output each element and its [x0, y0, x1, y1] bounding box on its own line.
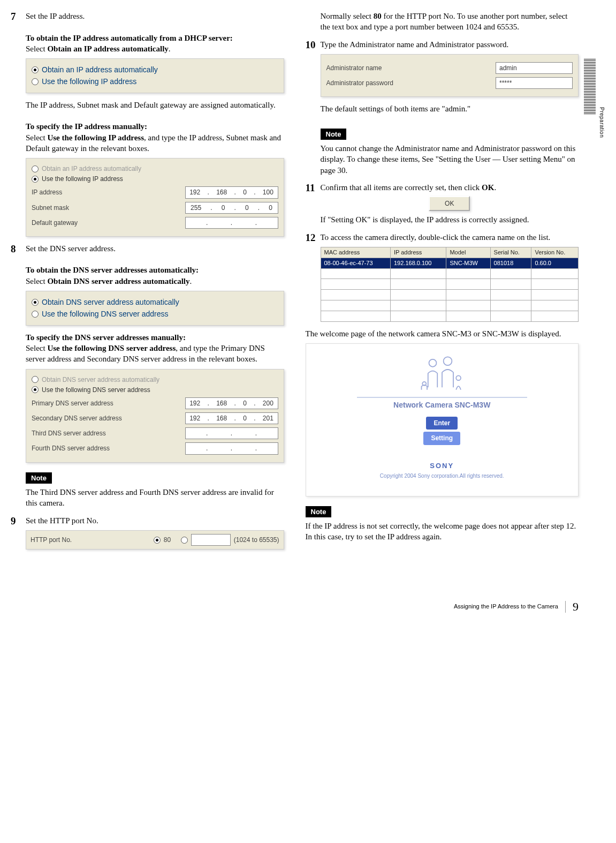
step-7-intro: Set the IP address. — [26, 11, 284, 21]
sony-logo: SONY — [311, 461, 573, 471]
text: Select — [26, 277, 47, 285]
setting-button: Setting — [423, 432, 460, 445]
note-admin-text: You cannot change the Administrator name… — [321, 143, 579, 176]
octet: 100 — [263, 188, 273, 197]
note-label: Note — [321, 129, 347, 140]
text: Select — [26, 133, 47, 142]
radio-label: Obtain DNS server address automatically — [42, 375, 159, 384]
after-fig1: The IP address, Subnet mask and Default … — [26, 100, 284, 110]
octet: 168 — [216, 188, 227, 197]
step-number: 10 — [306, 38, 316, 52]
text-bold: Use the following DNS server address — [47, 344, 176, 352]
radio-label: Use the following DNS server address — [42, 309, 169, 319]
radio-icon — [32, 165, 39, 172]
subnet-mask-input: 255. 0. 0. 0 — [185, 202, 278, 214]
figure-ip-auto: Obtain an IP address automatically Use t… — [26, 58, 284, 93]
text: . — [190, 277, 192, 285]
http-port-range: (1024 to 65535) — [234, 536, 279, 544]
col-header: MAC address — [321, 247, 390, 258]
radio-icon — [32, 311, 39, 318]
step-9: 9 Set the HTTP port No. HTTP port No. 80… — [26, 515, 284, 550]
gateway-input: ... — [185, 217, 278, 229]
step-number: 12 — [306, 231, 316, 245]
note-label: Note — [26, 472, 52, 484]
ok-button-figure: OK — [429, 196, 470, 211]
label-gateway: Default gateway — [32, 219, 78, 227]
radio-icon — [32, 386, 39, 393]
welcome-paragraph: The welcome page of the network camera S… — [306, 328, 579, 339]
step-number: 11 — [306, 181, 315, 195]
label-admin-name: Administrator name — [326, 64, 382, 72]
svg-point-2 — [456, 375, 461, 380]
table-row-selected: 08-00-46-ec-47-73 192.168.0.100 SNC-M3W … — [321, 258, 579, 268]
radio-label: Use the following IP address — [42, 175, 123, 183]
step-12-intro: To access the camera directly, double-cl… — [321, 232, 579, 243]
admin-name-input: admin — [496, 62, 573, 74]
label-mask: Subnet mask — [32, 204, 69, 212]
col-header: Version No. — [531, 247, 579, 258]
step-10-intro: Type the Administrator name and Administ… — [321, 39, 579, 50]
text: Select — [26, 344, 47, 352]
radio-label-80: 80 — [164, 536, 171, 544]
heading-manual-ip: To specify the IP address manually: — [26, 121, 284, 132]
note-dns-text: The Third DNS server address and Fourth … — [26, 487, 284, 509]
octet: 200 — [263, 399, 273, 408]
heading-dns-manual: To specify the DNS server addresses manu… — [26, 332, 284, 343]
step-7: 7 Set the IP address. To obtain the IP a… — [26, 11, 284, 237]
step-12: 12 To access the camera directly, double… — [321, 232, 579, 322]
fourth-dns-input: ... — [185, 442, 278, 454]
step-8: 8 Set the DNS server address. To obtain … — [26, 243, 284, 509]
octet: 0 — [243, 188, 247, 197]
text-bold: Obtain DNS server address automatically — [47, 277, 189, 285]
radio-label: Use the following DNS server address — [42, 386, 150, 394]
label-ip: IP address — [32, 188, 62, 197]
admin-default-text: The default settings of both items are "… — [321, 103, 579, 114]
figure-welcome-page: Network Camera SNC-M3W Enter Setting SON… — [306, 343, 579, 496]
figure-dns-auto: Obtain DNS server address automatically … — [26, 291, 284, 326]
label-admin-pass: Administrator password — [326, 79, 393, 87]
radio-icon — [32, 66, 39, 73]
admin-pass-input: ***** — [496, 77, 573, 89]
radio-icon — [32, 78, 39, 85]
radio-label: Obtain DNS server address automatically — [42, 297, 179, 307]
radio-label: Obtain an IP address automatically — [42, 65, 158, 75]
octet: 255 — [191, 204, 201, 212]
label-primary-dns: Primary DNS server address — [32, 399, 113, 408]
octet: 168 — [216, 414, 227, 423]
octet: 168 — [216, 399, 227, 408]
step-10: 10 Type the Administrator name and Admin… — [321, 39, 579, 176]
step-11-after: If "Setting OK" is displayed, the IP add… — [321, 214, 579, 225]
step-8-intro: Set the DNS server address. — [26, 243, 284, 254]
primary-dns-input: 192. 168. 0. 200 — [185, 397, 278, 409]
note-label: Note — [306, 506, 332, 518]
family-icon — [418, 355, 466, 392]
cell: 081018 — [490, 258, 531, 268]
welcome-title: Network Camera SNC-M3W — [311, 400, 573, 410]
page-footer: Assigning the IP Address to the Camera 9 — [11, 599, 579, 615]
text: . — [494, 183, 496, 192]
text-bold: Use the following IP address — [47, 133, 144, 142]
figure-ip-manual: Obtain an IP address automatically Use t… — [26, 158, 284, 237]
radio-icon — [181, 537, 188, 544]
http-port-input — [191, 534, 231, 546]
text-bold: 80 — [374, 12, 382, 20]
heading-dhcp: To obtain the IP address automatically f… — [26, 33, 284, 43]
text: Normally select — [321, 12, 374, 20]
label-fourth-dns: Fourth DNS server address — [32, 444, 110, 453]
enter-button: Enter — [426, 417, 458, 430]
text-bold: Obtain an IP address automatically — [47, 44, 168, 53]
label-third-dns: Third DNS server address — [32, 429, 106, 438]
heading-dns-auto: To obtain the DNS server addresses autom… — [26, 265, 284, 275]
step-11: 11 Confirm that all items are correctly … — [321, 182, 579, 225]
octet: 192 — [189, 399, 200, 408]
radio-label: Obtain an IP address automatically — [42, 164, 141, 173]
dns-manual-line: Select Use the following DNS server addr… — [26, 343, 284, 365]
octet: 0 — [245, 204, 249, 212]
text: Confirm that all items are correctly set… — [321, 183, 482, 192]
figure-camera-list: MAC address IP address Model Serial No. … — [321, 247, 579, 322]
col-header: IP address — [390, 247, 446, 258]
octet: 0 — [269, 204, 272, 212]
http-port-label: HTTP port No. — [31, 536, 72, 544]
step-9-continuation: Normally select 80 for the HTTP port No.… — [321, 11, 579, 33]
step-9-intro: Set the HTTP port No. — [26, 515, 284, 526]
